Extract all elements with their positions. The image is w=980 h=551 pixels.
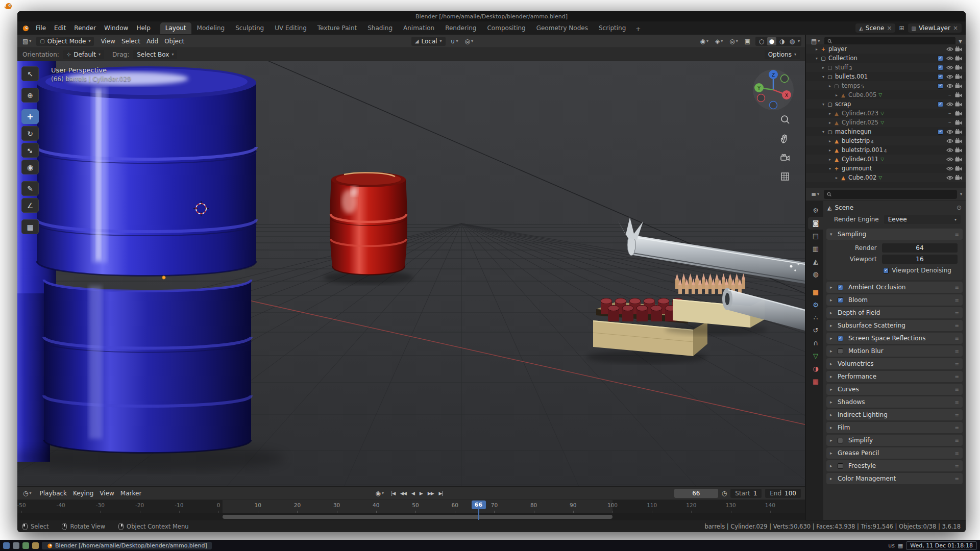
sampling-viewport-field[interactable]: 16 <box>882 255 958 264</box>
gizmo-neg-z-ball[interactable] <box>770 102 777 109</box>
properties-search[interactable] <box>824 190 957 199</box>
outliner-row-cube-005[interactable]: ▸▲Cube.005▽– <box>806 90 966 99</box>
hide-in-viewport-eye-icon[interactable] <box>945 84 954 88</box>
transport-prev-keyframe-button[interactable]: ◀◀ <box>398 490 408 497</box>
sampling-render-field[interactable]: 64 <box>882 243 958 253</box>
scene-unlink-icon[interactable]: × <box>887 24 892 32</box>
timeline-ruler[interactable]: -50-40-30-20-100102030405060708090100110… <box>17 500 805 513</box>
hide-in-viewport-eye-icon[interactable] <box>945 102 954 107</box>
menu-edit[interactable]: Edit <box>50 23 70 33</box>
hide-in-viewport-eye-icon[interactable] <box>945 139 954 143</box>
outliner-row-cylinder-025[interactable]: ▸▲Cylinder.025▽– <box>806 118 966 127</box>
disable-in-render-camera-icon[interactable] <box>954 83 963 88</box>
outliner-row-cylinder-023[interactable]: ▸▲Cylinder.023▽– <box>806 109 966 118</box>
tool-cursor[interactable]: ⊕ <box>21 88 39 103</box>
disclosure-open-icon[interactable]: ▾ <box>820 74 826 79</box>
disclosure-closed-icon[interactable]: ▸ <box>830 310 835 315</box>
frame-end-field[interactable]: End 100 <box>765 489 801 498</box>
section-checkbox[interactable] <box>838 348 843 354</box>
section-curves[interactable]: ▸Curves≡ <box>826 384 963 395</box>
taskbar-clock[interactable]: Wed, 11 Dec 01:18:18 <box>906 541 977 550</box>
section-performance[interactable]: ▸Performance≡ <box>826 371 963 382</box>
disable-in-render-camera-icon[interactable] <box>954 129 963 134</box>
disclosure-closed-icon[interactable]: ▸ <box>827 120 833 125</box>
proportional-editing-button[interactable]: ◎▾ <box>463 37 475 45</box>
disclosure-closed-icon[interactable]: ▸ <box>814 47 820 52</box>
section-subsurface-scattering[interactable]: ▸Subsurface Scattering≡ <box>826 320 963 331</box>
disclosure-closed-icon[interactable]: ▸ <box>820 65 826 70</box>
outliner-row-gunmount[interactable]: ▾+gunmount <box>806 164 966 173</box>
exclude-checkbox[interactable] <box>938 129 943 135</box>
viewport-menu-view[interactable]: View <box>97 37 118 46</box>
disable-in-render-camera-icon[interactable] <box>954 102 963 107</box>
properties-tab-texture[interactable]: ▦ <box>808 375 823 388</box>
disclosure-closed-icon[interactable]: ▸ <box>830 374 835 379</box>
properties-tab-tool[interactable]: ⚙ <box>808 204 823 217</box>
properties-tab-physics[interactable]: ↺ <box>808 324 823 337</box>
disclosure-closed-icon[interactable]: ▸ <box>830 463 835 468</box>
tool-rotate[interactable]: ↻ <box>21 126 39 141</box>
section-motion-blur[interactable]: ▸Motion Blur≡ <box>826 345 963 357</box>
workspace-tab-animation[interactable]: Animation <box>398 22 439 34</box>
new-scene-button[interactable]: ⊞ <box>899 24 904 32</box>
timeline-scrollbar[interactable] <box>17 513 805 520</box>
exclude-checkbox[interactable] <box>938 102 943 107</box>
transport-next-keyframe-button[interactable]: ▶▶ <box>426 490 436 497</box>
section-color-management[interactable]: ▸Color Management≡ <box>826 473 963 484</box>
hide-in-viewport-eye-icon[interactable] <box>945 74 954 79</box>
properties-tab-modifiers[interactable]: ⚙ <box>808 298 823 311</box>
hide-in-viewport-eye-icon[interactable] <box>945 157 954 162</box>
playhead-line[interactable] <box>478 509 479 520</box>
disclosure-closed-icon[interactable]: ▸ <box>827 157 833 162</box>
gizmo-neg-x-ball[interactable] <box>757 94 765 102</box>
shading-solid-button[interactable]: ● <box>767 37 776 45</box>
frame-start-field[interactable]: Start 1 <box>730 489 762 498</box>
timeline-scrollbar-thumb[interactable] <box>223 515 612 519</box>
disclosure-closed-icon[interactable]: ▸ <box>830 438 835 443</box>
navigation-gizmo[interactable]: Z Y X <box>752 67 795 110</box>
disable-in-render-camera-icon[interactable] <box>954 65 963 70</box>
transport-jump-start-button[interactable]: |◀ <box>389 490 397 497</box>
disclosure-closed-icon[interactable]: ▸ <box>827 148 833 153</box>
properties-editor-type-button[interactable]: ≡▾ <box>810 190 821 198</box>
shading-options-caret[interactable]: ▾ <box>798 39 800 43</box>
scene-selector[interactable]: ◭ Scene × <box>855 23 895 33</box>
tool-scale[interactable]: ↔ <box>21 143 39 158</box>
properties-tab-render[interactable]: ◙ <box>808 217 823 230</box>
disclosure-closed-icon[interactable]: ▸ <box>830 285 835 290</box>
timeline-editor-type-button[interactable]: ◷▾ <box>21 489 33 497</box>
section-sampling[interactable]: ▾ Sampling ≡ <box>826 229 963 240</box>
properties-options-caret[interactable]: ▾ <box>960 192 962 196</box>
taskbar-app-icon[interactable] <box>13 542 19 549</box>
section-simplify[interactable]: ▸Simplify≡ <box>826 435 963 446</box>
outliner-row-cube-002[interactable]: ▸▲Cube.002▽ <box>806 173 966 182</box>
playback-range-clock-icon[interactable]: ◷ <box>722 490 727 497</box>
zoom-icon[interactable] <box>779 114 791 127</box>
menu-render[interactable]: Render <box>70 23 100 33</box>
section-checkbox[interactable] <box>838 285 843 290</box>
pan-hand-icon[interactable] <box>779 133 791 146</box>
shading-rendered-button[interactable]: ◍ <box>788 37 797 45</box>
auto-keying-button[interactable]: ◉▾ <box>374 489 386 497</box>
keyboard-layout-indicator[interactable]: us <box>888 542 895 549</box>
hide-in-viewport-eye-icon[interactable] <box>945 166 954 171</box>
disable-in-render-camera-icon[interactable] <box>954 175 963 180</box>
gizmos-dropdown[interactable]: ◈▾ <box>714 37 724 45</box>
viewlayer-remove-icon[interactable]: × <box>953 24 958 32</box>
outliner-row-stuff[interactable]: ▸▢stuff3 <box>806 63 966 72</box>
playhead-frame-tag[interactable]: 66 <box>472 500 486 509</box>
tool-move[interactable]: + <box>21 109 39 124</box>
exclude-checkbox[interactable] <box>938 74 943 80</box>
section-freestyle[interactable]: ▸Freestyle≡ <box>826 460 963 471</box>
workspace-tab-sculpting[interactable]: Sculpting <box>230 22 269 34</box>
disable-in-render-camera-icon[interactable] <box>954 147 963 153</box>
properties-tab-data[interactable]: ▽ <box>808 349 823 362</box>
properties-tab-view-layer[interactable]: ▥ <box>808 242 823 255</box>
tool-annotate[interactable]: ✎ <box>21 181 39 196</box>
visibility-dropdown[interactable]: ◉▾ <box>698 37 710 45</box>
transport-play-reverse-button[interactable]: ◀ <box>409 490 416 497</box>
overlays-dropdown[interactable]: ◎▾ <box>728 37 740 45</box>
mode-dropdown[interactable]: ▢ Object Mode ▾ <box>36 37 94 46</box>
viewport-menu-select[interactable]: Select <box>118 37 143 46</box>
workspace-tab-layout[interactable]: Layout <box>160 22 191 34</box>
